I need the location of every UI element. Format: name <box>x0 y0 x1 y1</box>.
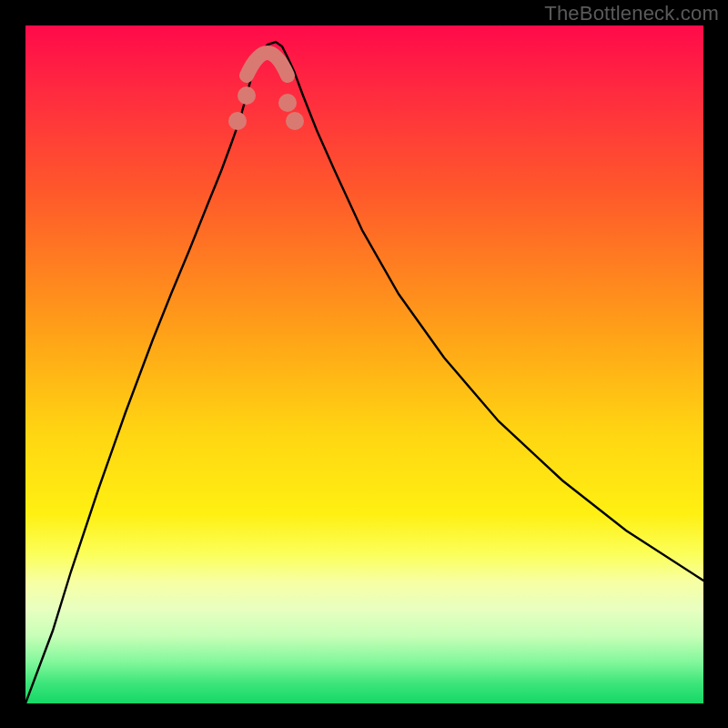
highlight-bead-3 <box>278 94 297 112</box>
highlight-arc <box>247 53 288 76</box>
bottleneck-curve-line <box>25 42 703 703</box>
highlight-bead-2 <box>238 86 256 105</box>
highlight-bead-1 <box>228 112 247 130</box>
watermark-text: TheBottleneck.com <box>544 2 719 25</box>
chart-plot-area <box>25 25 703 703</box>
highlight-beads-group <box>228 53 304 130</box>
highlight-bead-4 <box>286 112 304 130</box>
bottleneck-curve-svg <box>25 25 703 703</box>
